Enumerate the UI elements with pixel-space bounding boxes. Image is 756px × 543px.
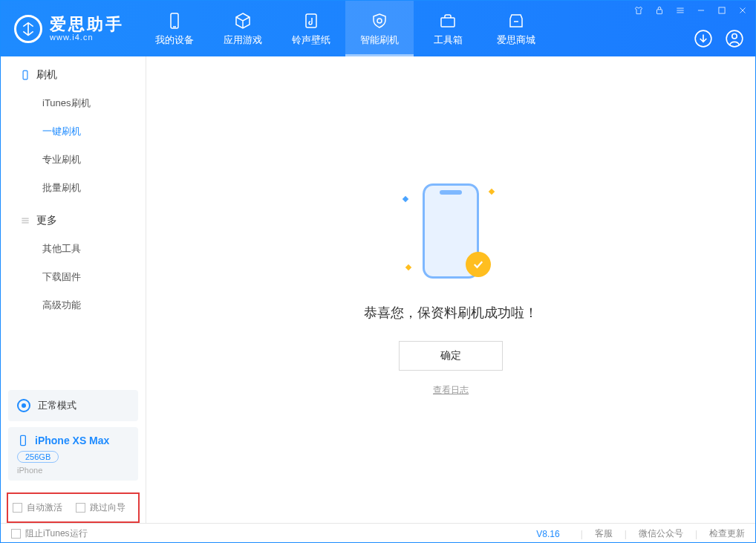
window-controls [632, 4, 749, 17]
shirt-icon[interactable] [632, 4, 645, 17]
option-label: 跳过向导 [90, 501, 126, 514]
account-tools [693, 28, 745, 49]
logo-icon [14, 15, 42, 43]
main-content: 恭喜您，保资料刷机成功啦！ 确定 查看日志 [146, 56, 755, 523]
tab-label: 工具箱 [434, 33, 463, 47]
app-name: 爱思助手 [50, 16, 124, 33]
success-message: 恭喜您，保资料刷机成功啦！ [364, 304, 538, 322]
user-icon[interactable] [724, 28, 745, 49]
option-auto-activate[interactable]: 自动激活 [13, 501, 62, 514]
svg-rect-2 [306, 14, 316, 27]
ok-button[interactable]: 确定 [399, 341, 503, 371]
checkmark-badge-icon [466, 252, 491, 277]
toolbox-icon [438, 11, 457, 30]
sidebar-group-more: 更多 [1, 202, 146, 235]
minimize-icon[interactable] [694, 4, 708, 17]
mode-indicator-icon [17, 399, 30, 412]
device-subtype: iPhone [17, 466, 129, 475]
group-title: 更多 [36, 214, 57, 227]
svg-rect-4 [657, 10, 662, 14]
titlebar: 爱思助手 www.i4.cn 我的设备 应用游戏 铃声壁纸 智能刷机 工具箱 爱… [1, 1, 755, 56]
app-url: www.i4.cn [50, 33, 124, 42]
status-bar: 阻止iTunes运行 V8.16 | 客服 | 微信公众号 | 检查更新 [1, 523, 755, 543]
tab-label: 铃声壁纸 [292, 33, 330, 47]
link-check-update[interactable]: 检查更新 [709, 527, 745, 540]
sidebar-item-oneclick-flash[interactable]: 一键刷机 [1, 117, 146, 146]
sidebar-item-batch-flash[interactable]: 批量刷机 [1, 174, 146, 202]
flash-options-highlight: 自动激活 跳过向导 [7, 492, 140, 523]
svg-rect-0 [171, 13, 178, 28]
version-label: V8.16 [536, 529, 559, 539]
group-title: 刷机 [36, 68, 57, 82]
sidebar-item-advanced[interactable]: 高级功能 [1, 291, 146, 319]
view-log-link[interactable]: 查看日志 [433, 384, 469, 397]
device-capacity: 256GB [17, 451, 59, 463]
svg-rect-19 [21, 435, 26, 445]
tab-my-device[interactable]: 我的设备 [140, 1, 209, 56]
link-support[interactable]: 客服 [595, 527, 613, 540]
option-skip-guide[interactable]: 跳过向导 [76, 501, 126, 514]
download-icon[interactable] [693, 28, 714, 49]
tab-smart-flash[interactable]: 智能刷机 [345, 1, 414, 56]
checkbox-icon [13, 503, 22, 513]
tab-store[interactable]: 爱思商城 [482, 1, 550, 56]
menu-list-icon [20, 215, 30, 226]
checkbox-icon [76, 503, 85, 513]
checkbox-icon [11, 529, 21, 539]
link-wechat[interactable]: 微信公众号 [639, 527, 683, 540]
sidebar-item-download-firmware[interactable]: 下载固件 [1, 263, 146, 291]
menu-icon[interactable] [674, 4, 687, 17]
phone-icon [165, 11, 184, 30]
lock-icon[interactable] [653, 4, 666, 17]
nav-tabs: 我的设备 应用游戏 铃声壁纸 智能刷机 工具箱 爱思商城 [140, 1, 550, 56]
tab-label: 应用游戏 [224, 33, 262, 47]
sidebar-item-pro-flash[interactable]: 专业刷机 [1, 146, 146, 174]
music-note-icon [302, 11, 321, 30]
device-card[interactable]: iPhone XS Max 256GB iPhone [8, 427, 138, 481]
mode-label: 正常模式 [38, 399, 76, 412]
mode-card[interactable]: 正常模式 [8, 390, 138, 421]
sidebar: 刷机 iTunes刷机 一键刷机 专业刷机 批量刷机 更多 其他工具 下载固件 … [1, 56, 146, 523]
svg-point-14 [732, 34, 737, 39]
device-name: iPhone XS Max [35, 435, 109, 446]
sidebar-group-flash: 刷机 [1, 56, 146, 89]
maximize-icon[interactable] [715, 4, 729, 17]
option-label: 自动激活 [27, 501, 62, 514]
option-block-itunes[interactable]: 阻止iTunes运行 [11, 527, 88, 540]
tab-label: 智能刷机 [360, 33, 399, 47]
cube-icon [233, 11, 252, 30]
svg-rect-3 [441, 18, 454, 27]
close-icon[interactable] [736, 4, 749, 17]
success-illustration [406, 183, 495, 287]
option-label: 阻止iTunes运行 [25, 527, 88, 540]
tab-label: 爱思商城 [497, 33, 535, 47]
app-logo: 爱思助手 www.i4.cn [1, 1, 140, 56]
svg-rect-9 [719, 7, 725, 13]
tab-toolbox[interactable]: 工具箱 [414, 1, 482, 56]
tab-ringtones-wallpapers[interactable]: 铃声壁纸 [277, 1, 345, 56]
sidebar-item-itunes-flash[interactable]: iTunes刷机 [1, 89, 146, 117]
refresh-shield-icon [370, 11, 389, 30]
device-phone-icon [17, 435, 29, 446]
tab-apps-games[interactable]: 应用游戏 [209, 1, 277, 56]
sidebar-item-other-tools[interactable]: 其他工具 [1, 235, 146, 263]
tab-label: 我的设备 [155, 33, 194, 47]
svg-rect-15 [23, 71, 27, 79]
device-icon [20, 70, 30, 80]
store-icon [506, 11, 526, 30]
